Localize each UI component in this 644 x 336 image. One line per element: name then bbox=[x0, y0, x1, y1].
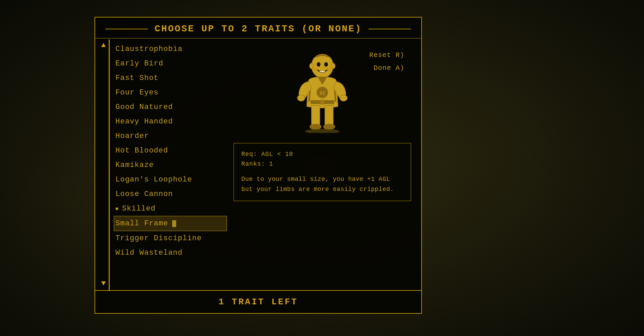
vault-boy-figure: 21 bbox=[292, 52, 353, 133]
trait-claustrophobia[interactable]: Claustrophobia bbox=[114, 42, 227, 56]
trait-label: Small Frame bbox=[115, 219, 168, 228]
vault-boy-container: 21 bbox=[278, 49, 366, 136]
trait-label: Wild Wasteland bbox=[115, 249, 183, 257]
trait-wild-wasteland[interactable]: Wild Wasteland bbox=[114, 246, 227, 260]
svg-rect-9 bbox=[320, 100, 325, 105]
trait-selected-marker: ■ bbox=[115, 206, 118, 212]
header-line-right bbox=[369, 29, 411, 29]
trait-label: Trigger Discipline bbox=[115, 234, 202, 243]
svg-point-1 bbox=[317, 62, 320, 66]
header-line-left bbox=[105, 29, 148, 29]
done-button[interactable]: Done A) bbox=[374, 64, 404, 72]
trait-kamikaze[interactable]: Kamikaze bbox=[114, 158, 227, 172]
trait-early-bird[interactable]: Early Bird bbox=[114, 56, 227, 71]
trait-trigger-discipline[interactable]: Trigger Discipline bbox=[114, 231, 227, 246]
action-buttons: Reset R) Done A) bbox=[369, 51, 404, 72]
trait-label: Early Bird bbox=[115, 59, 163, 68]
trait-skilled[interactable]: ■ Skilled bbox=[114, 201, 227, 216]
left-bar bbox=[109, 39, 110, 291]
trait-label: Logan's Loophole bbox=[115, 175, 192, 184]
svg-point-5 bbox=[310, 63, 313, 69]
svg-point-3 bbox=[313, 67, 318, 71]
panel-header: CHOOSE UP TO 2 TRAITS (OR NONE) bbox=[95, 18, 421, 38]
trait-label: Heavy Handed bbox=[115, 117, 173, 126]
content-area: Claustrophobia Early Bird Fast Shot Four… bbox=[95, 38, 421, 309]
trait-logans-loophole[interactable]: Logan's Loophole bbox=[114, 172, 227, 187]
trait-label: Hoarder bbox=[115, 132, 149, 140]
trait-label: Good Natured bbox=[115, 103, 173, 111]
svg-point-11 bbox=[340, 95, 347, 101]
svg-point-2 bbox=[324, 62, 328, 66]
trait-loose-cannon[interactable]: Loose Cannon bbox=[114, 187, 227, 201]
trait-label: Skilled bbox=[122, 204, 155, 213]
trait-info-box: Req: AGL < 10 Ranks: 1 Due to your small… bbox=[234, 143, 411, 201]
scroll-up-arrow[interactable]: ▲ bbox=[101, 41, 106, 50]
trait-hoarder[interactable]: Hoarder bbox=[114, 129, 227, 143]
svg-point-10 bbox=[297, 95, 305, 101]
panel-title: CHOOSE UP TO 2 TRAITS (OR NONE) bbox=[155, 24, 362, 34]
trait-label: Claustrophobia bbox=[115, 45, 183, 53]
svg-point-4 bbox=[327, 67, 332, 71]
trait-small-frame[interactable]: Small Frame bbox=[114, 216, 227, 231]
trait-description: Due to your small size, you have +1 AGL … bbox=[241, 174, 403, 195]
trait-four-eyes[interactable]: Four Eyes bbox=[114, 85, 227, 100]
scroll-down-arrow[interactable]: ▼ bbox=[101, 279, 106, 288]
trait-fast-shot[interactable]: Fast Shot bbox=[114, 71, 227, 85]
trait-label: Hot Blooded bbox=[115, 146, 168, 155]
trait-left-counter: 1 TRAIT LEFT bbox=[218, 297, 298, 307]
trait-label: Four Eyes bbox=[115, 88, 159, 97]
trait-label: Kamikaze bbox=[115, 161, 154, 169]
svg-point-16 bbox=[305, 129, 340, 133]
cursor-indicator bbox=[172, 220, 176, 227]
svg-point-6 bbox=[331, 63, 335, 69]
trait-hot-blooded[interactable]: Hot Blooded bbox=[114, 143, 227, 158]
bottom-bar: 1 TRAIT LEFT bbox=[95, 290, 421, 313]
info-panel: 21 Req: AGL < 10 Ranks: 1 Due to your sm… bbox=[227, 38, 421, 309]
svg-point-12 bbox=[310, 124, 321, 130]
trait-label: Loose Cannon bbox=[115, 190, 173, 198]
svg-point-13 bbox=[324, 124, 335, 130]
traits-list: Claustrophobia Early Bird Fast Shot Four… bbox=[95, 38, 227, 309]
svg-text:21: 21 bbox=[320, 91, 325, 96]
trait-good-natured[interactable]: Good Natured bbox=[114, 100, 227, 114]
traits-panel: CHOOSE UP TO 2 TRAITS (OR NONE) ▲ Reset … bbox=[95, 17, 422, 314]
reset-button[interactable]: Reset R) bbox=[369, 51, 404, 59]
trait-requirement: Req: AGL < 10 Ranks: 1 bbox=[241, 149, 403, 169]
trait-label: Fast Shot bbox=[115, 74, 159, 82]
trait-heavy-handed[interactable]: Heavy Handed bbox=[114, 114, 227, 129]
